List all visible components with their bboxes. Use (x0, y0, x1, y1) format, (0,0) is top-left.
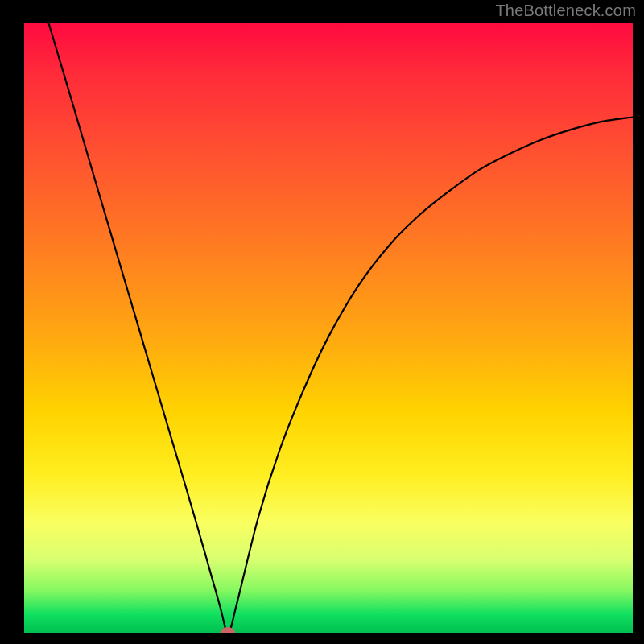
chart-frame: TheBottleneck.com (0, 0, 644, 644)
curve-svg (24, 23, 633, 633)
minimum-marker (221, 627, 235, 633)
watermark-text: TheBottleneck.com (495, 2, 636, 20)
bottleneck-curve (48, 23, 633, 633)
plot-area (24, 23, 633, 633)
